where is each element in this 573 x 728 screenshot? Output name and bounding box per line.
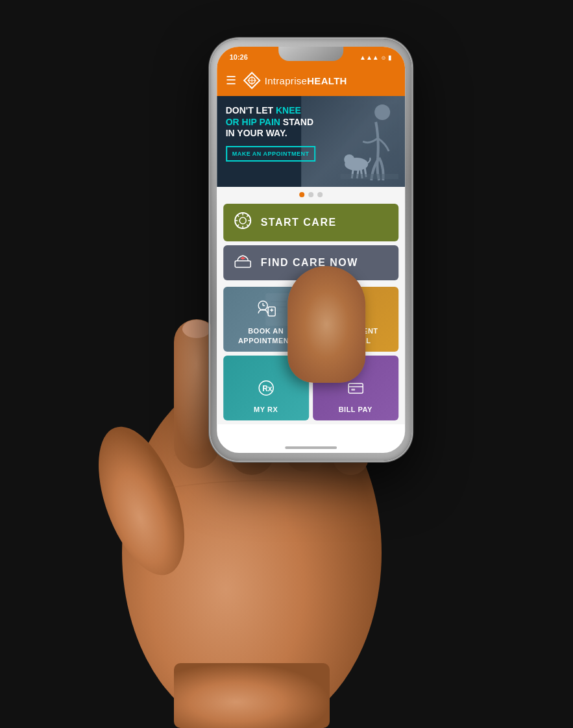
svg-rect-10	[174, 663, 330, 728]
start-care-button[interactable]: START CARE	[223, 204, 398, 241]
wifi-icon: ⌾	[382, 54, 385, 61]
status-icons: ▲▲▲ ⌾ ▮	[360, 54, 392, 61]
header-name-bold: HEALTH	[307, 75, 347, 86]
svg-rect-57	[351, 389, 355, 391]
header-name-normal: Intraprise	[265, 75, 308, 86]
rx-label: MY RX	[254, 405, 278, 414]
banner: DON'T LET KNEE OR HIP PAIN STAND IN YOUR…	[217, 96, 405, 187]
dot-2[interactable]	[308, 192, 313, 197]
svg-line-31	[247, 215, 249, 217]
header-title: IntrapriseHEALTH	[265, 75, 347, 86]
phone-device: 10:26 ▲▲▲ ⌾ ▮ ☰ IntrapriseHEALTH	[210, 39, 411, 461]
logo-icon	[243, 71, 261, 90]
status-time: 10:26	[230, 53, 248, 61]
battery-icon: ▮	[388, 54, 392, 61]
banner-highlight-2: OR HIP PAIN	[226, 117, 280, 127]
home-indicator	[285, 446, 337, 449]
svg-point-6	[182, 320, 211, 338]
header-logo: IntrapriseHEALTH	[243, 71, 347, 90]
banner-text: DON'T LET KNEE OR HIP PAIN STAND IN YOUR…	[226, 105, 316, 140]
svg-line-32	[237, 224, 239, 226]
find-care-label: FIND CARE NOW	[261, 257, 358, 269]
svg-line-30	[247, 224, 249, 226]
signal-icon: ▲▲▲	[360, 54, 379, 61]
banner-image	[340, 99, 398, 184]
svg-point-17	[344, 154, 354, 165]
finger-overlay	[287, 266, 365, 383]
find-care-icon	[234, 253, 252, 273]
svg-point-15	[374, 104, 390, 120]
dot-3[interactable]	[317, 192, 323, 197]
make-appointment-button[interactable]: MAKE AN APPOINTMENT	[226, 146, 316, 162]
banner-highlight-1: KNEE	[276, 105, 301, 115]
app-header: ☰ IntrapriseHEALTH	[217, 65, 405, 96]
dot-1[interactable]	[299, 192, 304, 197]
svg-line-29	[237, 215, 239, 217]
bill-pay-label: BILL PAY	[339, 405, 372, 414]
rx-icon: Rx	[257, 379, 275, 401]
svg-rect-22	[340, 174, 398, 179]
make-appointment-label: MAKE AN APPOINTMENT	[232, 151, 310, 157]
svg-rect-33	[235, 261, 250, 267]
start-care-icon	[234, 212, 252, 234]
svg-text:Rx: Rx	[262, 384, 273, 393]
bill-pay-icon	[347, 379, 365, 401]
phone-notch	[278, 47, 343, 61]
start-care-label: START CARE	[261, 217, 337, 228]
svg-point-24	[239, 217, 246, 224]
svg-rect-55	[348, 383, 363, 393]
menu-icon[interactable]: ☰	[226, 75, 236, 86]
banner-content: DON'T LET KNEE OR HIP PAIN STAND IN YOUR…	[226, 105, 316, 162]
phone-screen: 10:26 ▲▲▲ ⌾ ▮ ☰ IntrapriseHEALTH	[217, 47, 405, 453]
carousel-dots	[217, 187, 405, 201]
